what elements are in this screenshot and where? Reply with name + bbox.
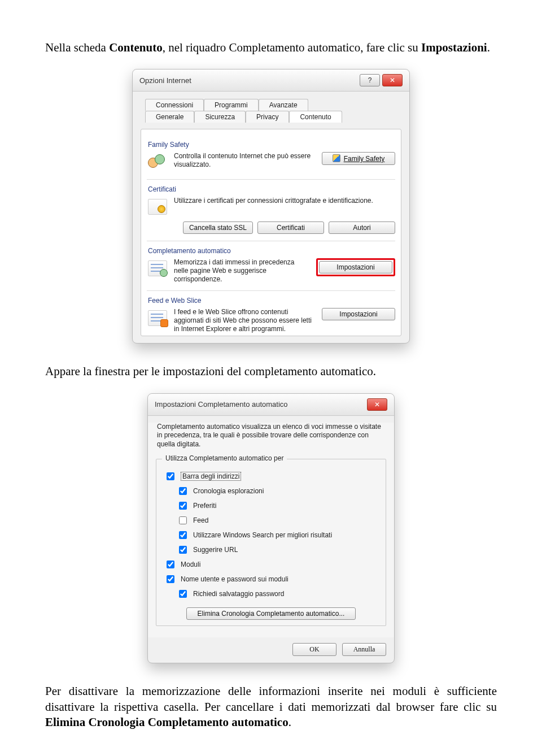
cb-feed-label: Feed xyxy=(193,516,208,524)
clear-autocomplete-history-button[interactable]: Elimina Cronologia Completamento automat… xyxy=(186,607,356,620)
section-cert-label: Certificati xyxy=(148,185,395,193)
section-family: Controlla il contenuto Internet che può … xyxy=(147,152,395,172)
autocomplete-dialog-figure: Impostazioni Completamento automatico ✕ … xyxy=(45,393,497,664)
feed-desc: I feed e le Web Slice offrono contenuti … xyxy=(174,308,316,333)
tab-general[interactable]: Generale xyxy=(145,111,194,123)
tab-programs[interactable]: Programmi xyxy=(204,99,259,111)
tab-advanced[interactable]: Avanzate xyxy=(259,99,308,111)
certificate-icon xyxy=(147,197,168,217)
tabs-row-top: Connessioni Programmi Avanzate xyxy=(145,99,401,111)
groupbox-title: Utilizza Completamento automatico per xyxy=(162,454,287,462)
divider xyxy=(147,179,395,180)
tab-content[interactable]: Contenuto xyxy=(289,111,342,123)
tab-privacy[interactable]: Privacy xyxy=(246,111,289,123)
cb-feed-input[interactable] xyxy=(179,516,187,524)
cb-ask-save-password-label: Richiedi salvataggio password xyxy=(193,590,284,598)
divider xyxy=(147,241,395,241)
p3-t1: Per disattivare la memorizzazione delle … xyxy=(45,684,497,713)
family-icon xyxy=(147,152,168,172)
cb-favorites[interactable]: Preferiti xyxy=(177,500,378,511)
cb-feed[interactable]: Feed xyxy=(177,515,378,526)
p1-b1: Contenuto xyxy=(109,41,163,54)
cancel-button[interactable]: Annulla xyxy=(342,643,386,656)
p1-b2: Impostazioni xyxy=(421,41,487,54)
p1-t1: Nella scheda xyxy=(45,41,109,54)
divider xyxy=(147,290,395,291)
cb-address-bar-label: Barra degli indirizzi xyxy=(181,472,241,481)
cb-history-label: Cronologia esplorazioni xyxy=(193,487,264,495)
cb-username-password[interactable]: Nome utente e password sui moduli xyxy=(164,573,378,585)
cert-buttons: Cancella stato SSL Certificati Autori xyxy=(147,221,395,234)
cb-forms-input[interactable] xyxy=(167,561,174,568)
tab-security[interactable]: Sicurezza xyxy=(194,111,246,123)
cb-address-bar-input[interactable] xyxy=(167,472,174,480)
close-button[interactable]: ✕ xyxy=(367,398,387,411)
feed-icon xyxy=(147,308,168,328)
cb-suggest-url[interactable]: Suggerire URL xyxy=(177,544,378,555)
help-button[interactable]: ? xyxy=(360,74,380,86)
certificates-button[interactable]: Certificati xyxy=(257,221,324,234)
section-autocomplete: Memorizza i dati immessi in precedenza n… xyxy=(147,258,395,284)
p3-b1: Elimina Cronologia Completamento automat… xyxy=(45,715,289,729)
intro-paragraph-1: Nella scheda Contenuto, nel riquadro Com… xyxy=(45,40,497,55)
close-button[interactable]: ✕ xyxy=(382,74,403,86)
autocomplete-groupbox: Utilizza Completamento automatico per Ba… xyxy=(156,459,386,626)
tab-connections[interactable]: Connessioni xyxy=(145,99,204,111)
intro-paragraph-2: Appare la finestra per le impostazioni d… xyxy=(45,364,497,379)
cb-history-input[interactable] xyxy=(179,487,187,495)
titlebar: Impostazioni Completamento automatico ✕ xyxy=(148,394,394,416)
options-dialog-figure: Opzioni Internet ? ✕ Connessioni Program… xyxy=(45,69,497,344)
cb-windows-search-input[interactable] xyxy=(179,531,187,539)
autocomplete-settings-button[interactable]: Impostazioni xyxy=(319,261,392,273)
cb-forms-label: Moduli xyxy=(181,561,200,568)
highlight-settings: Impostazioni xyxy=(316,258,395,276)
section-feed-label: Feed e Web Slice xyxy=(148,297,395,305)
tabs-row-bottom: Generale Sicurezza Privacy Contenuto xyxy=(145,111,401,123)
section-family-label: Family Safety xyxy=(148,141,395,149)
cb-suggest-url-input[interactable] xyxy=(179,546,187,554)
section-feed: I feed e le Web Slice offrono contenuti … xyxy=(147,308,395,333)
family-safety-button[interactable]: Family Safety xyxy=(322,152,395,165)
close-icon: ✕ xyxy=(390,76,395,84)
authors-button[interactable]: Autori xyxy=(329,221,395,234)
family-desc: Controlla il contenuto Internet che può … xyxy=(174,152,316,169)
autocomplete-icon xyxy=(147,258,168,279)
section-autocomplete-label: Completamento automatico xyxy=(148,247,395,255)
cb-address-bar[interactable]: Barra degli indirizzi xyxy=(164,471,378,482)
clear-ssl-button[interactable]: Cancella stato SSL xyxy=(183,221,253,234)
cb-username-password-input[interactable] xyxy=(167,575,174,583)
titlebar: Opzioni Internet ? ✕ xyxy=(133,69,409,92)
cert-desc: Utilizzare i certificati per connessioni… xyxy=(174,197,395,205)
section-cert: Utilizzare i certificati per connessioni… xyxy=(147,197,395,217)
cb-forms[interactable]: Moduli xyxy=(164,559,378,570)
cb-ask-save-password[interactable]: Richiedi salvataggio password xyxy=(177,588,378,599)
intro-paragraph-3: Per disattivare la memorizzazione delle … xyxy=(45,684,497,730)
cb-favorites-label: Preferiti xyxy=(193,502,216,510)
cb-history[interactable]: Cronologia esplorazioni xyxy=(177,485,378,497)
cb-windows-search-label: Utilizzare Windows Search per migliori r… xyxy=(193,531,332,539)
dialog-title: Opzioni Internet xyxy=(139,76,357,85)
cb-favorites-input[interactable] xyxy=(179,502,187,510)
cb-suggest-url-label: Suggerire URL xyxy=(193,546,238,554)
ok-button[interactable]: OK xyxy=(292,643,336,656)
autocomplete-intro: Completamento automatico visualizza un e… xyxy=(157,423,385,449)
help-icon: ? xyxy=(368,76,372,84)
feed-settings-button[interactable]: Impostazioni xyxy=(322,308,395,320)
cb-username-password-label: Nome utente e password sui moduli xyxy=(181,575,289,583)
p1-t2: , nel riquadro Completamento automatico,… xyxy=(163,41,421,54)
autocomplete-desc: Memorizza i dati immessi in precedenza n… xyxy=(174,258,311,284)
cb-ask-save-password-input[interactable] xyxy=(179,590,187,598)
cb-windows-search[interactable]: Utilizzare Windows Search per migliori r… xyxy=(177,529,378,541)
p3-t2: . xyxy=(289,715,291,729)
tab-content-pane: Family Safety Controlla il contenuto Int… xyxy=(141,129,401,336)
close-icon: ✕ xyxy=(374,401,380,409)
p1-t3: . xyxy=(487,41,490,54)
dialog-footer: OK Annulla xyxy=(148,637,394,663)
dialog-title: Impostazioni Completamento automatico xyxy=(155,400,365,409)
